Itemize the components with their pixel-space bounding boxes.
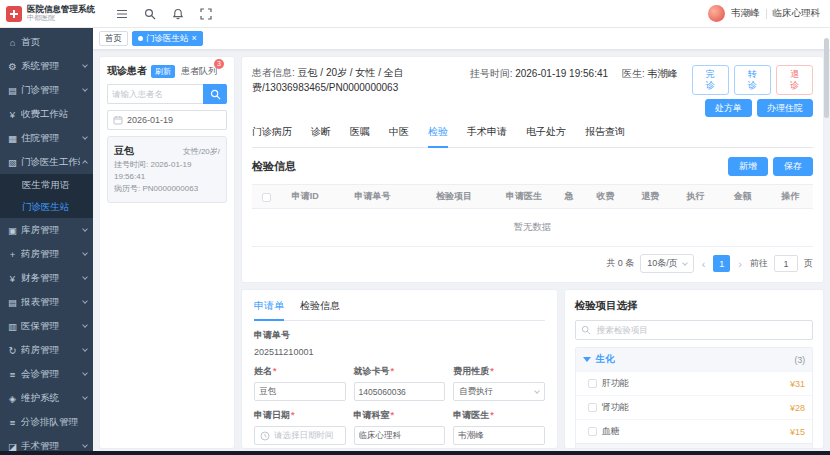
- collapse-menu-icon[interactable]: [114, 6, 130, 22]
- group-clinical[interactable]: 临检 (2): [576, 443, 812, 449]
- sidebar-item-pharmacy[interactable]: +药房管理: [0, 242, 93, 266]
- patient-search-input[interactable]: [107, 84, 203, 104]
- checkbox[interactable]: [588, 379, 597, 388]
- tab-diagnosis[interactable]: 诊断: [311, 125, 331, 147]
- chevron-down-icon: [82, 250, 88, 256]
- tab-lab-test[interactable]: 检验: [428, 125, 448, 148]
- tab-request-sheet[interactable]: 申请单: [254, 299, 284, 321]
- user-area: 韦潮峰 临床心理科: [708, 5, 820, 22]
- goto-page-input[interactable]: [774, 255, 798, 272]
- sidebar-item-label: 系统管理: [21, 60, 80, 73]
- tab-report-query[interactable]: 报告查询: [585, 125, 625, 147]
- request-no-label: 申请单号: [254, 329, 545, 342]
- prev-page-button[interactable]: ‹: [700, 258, 708, 270]
- refresh-button[interactable]: 刷新: [151, 65, 175, 78]
- finish-visit-button[interactable]: 完诊: [692, 65, 729, 95]
- lab-item-kidney[interactable]: 肾功能 ¥28: [576, 395, 812, 419]
- patient-list-panel: 现诊患者 刷新 患者队列3 2026-01-19 豆包: [99, 56, 235, 449]
- checkbox[interactable]: [588, 403, 597, 412]
- pharmacy-icon: +: [7, 249, 18, 260]
- empty-placeholder: 暂无数据: [252, 209, 813, 247]
- current-page-button[interactable]: 1: [713, 255, 730, 272]
- patient-search-button[interactable]: [203, 84, 227, 104]
- fee-type-select[interactable]: 自费执行: [453, 382, 545, 401]
- hospital-icon: ▦: [7, 133, 18, 144]
- lab-item-glucose[interactable]: 血糖 ¥15: [576, 419, 812, 443]
- user-name[interactable]: 韦潮峰: [731, 7, 760, 20]
- lab-item-liver[interactable]: 肝功能 ¥31: [576, 371, 812, 395]
- tab-orders[interactable]: 医嘱: [350, 125, 370, 147]
- sidebar-item-finance[interactable]: ¥财务管理: [0, 266, 93, 290]
- lab-item-picker-card: 检验项目选择 生化 (3): [564, 289, 824, 449]
- total-count: 共 0 条: [606, 257, 634, 270]
- vertical-scrollbar[interactable]: [824, 30, 829, 449]
- page-size-select[interactable]: 10条/页: [640, 254, 694, 273]
- patient-card[interactable]: 豆包 女性/20岁/ 挂号时间: 2026-01-19 19:56:41 病历号…: [107, 136, 227, 203]
- tab-e-prescription[interactable]: 电子处方: [526, 125, 566, 147]
- sidebar-item-home[interactable]: ⌂首页: [0, 30, 93, 54]
- sidebar-item-system[interactable]: ⚙系统管理: [0, 54, 93, 78]
- report-icon: ▤: [7, 297, 18, 308]
- app-subtitle: 中都医院: [27, 14, 95, 22]
- sidebar-item-inpatient[interactable]: ▦住院管理: [0, 126, 93, 150]
- transfer-button[interactable]: 转诊: [734, 65, 771, 95]
- tag-home[interactable]: 首页: [99, 31, 128, 46]
- window-edge: [0, 451, 830, 455]
- active-dot-icon: [138, 36, 143, 41]
- fullscreen-icon[interactable]: [198, 6, 214, 22]
- add-button[interactable]: 新增: [728, 157, 768, 176]
- request-date-picker[interactable]: 请选择日期时间: [254, 426, 346, 445]
- lab-request-form-card: 申请单 检验信息 申请单号 202511210001 姓名*: [241, 289, 558, 449]
- checkbox[interactable]: [588, 427, 597, 436]
- search-icon[interactable]: [142, 6, 158, 22]
- sidebar-item-maintenance[interactable]: ◈维护系统: [0, 386, 93, 410]
- request-date-label: 申请日期*: [254, 409, 346, 422]
- tab-patient-queue[interactable]: 患者队列3: [181, 65, 217, 78]
- avatar[interactable]: [708, 5, 725, 22]
- patient-info-text: 患者信息: 豆包 / 20岁 / 女性 / 全自费/13036983465/PN…: [252, 65, 456, 95]
- tag-doctor-station[interactable]: 门诊医生站×: [132, 31, 203, 46]
- tab-current-patient[interactable]: 现诊患者: [107, 64, 147, 78]
- sidebar-item-insurance[interactable]: ▥医保管理: [0, 314, 93, 338]
- tab-surgery-request[interactable]: 手术申请: [467, 125, 507, 147]
- sidebar-item-charging[interactable]: ¥收费工作站: [0, 102, 93, 126]
- date-picker[interactable]: 2026-01-19: [107, 110, 227, 130]
- prescription-button[interactable]: 处方单: [705, 99, 752, 118]
- next-page-button[interactable]: ›: [736, 258, 744, 270]
- refresh-icon: ↻: [7, 345, 18, 356]
- group-biochemistry[interactable]: 生化 (3): [576, 348, 812, 371]
- scrollbar-thumb[interactable]: [824, 38, 829, 118]
- lab-item-groups: 生化 (3) 肝功能 ¥31 肾功能: [575, 347, 813, 449]
- chevron-up-icon: [82, 160, 88, 166]
- select-all-checkbox[interactable]: [252, 185, 280, 209]
- form-tabs: 申请单 检验信息: [254, 299, 545, 321]
- request-doctor-field[interactable]: [453, 426, 545, 445]
- close-icon[interactable]: ×: [192, 34, 197, 43]
- sidebar-item-warehouse[interactable]: ▣库房管理: [0, 218, 93, 242]
- visit-card-field[interactable]: [354, 382, 446, 401]
- admission-button[interactable]: 办理住院: [757, 99, 813, 118]
- sidebar-item-doctor-workstation[interactable]: ▧门诊医生工作站: [0, 150, 93, 174]
- picker-search-input[interactable]: [595, 324, 807, 336]
- app-logo-icon: [6, 6, 22, 22]
- bell-icon[interactable]: [170, 6, 186, 22]
- lab-item-name: 肾功能: [602, 401, 629, 414]
- request-dept-field[interactable]: [354, 426, 446, 445]
- chevron-down-icon: [82, 442, 88, 448]
- fee-type-value: 自费执行: [459, 386, 493, 398]
- return-visit-button[interactable]: 退诊: [776, 65, 813, 95]
- name-field[interactable]: [254, 382, 346, 401]
- save-button[interactable]: 保存: [773, 157, 813, 176]
- sidebar-item-pharmacy-2[interactable]: ↻药房管理: [0, 338, 93, 362]
- finance-icon: ¥: [7, 273, 18, 284]
- sidebar-item-triage-queue[interactable]: ≡分诊排队管理: [0, 410, 93, 434]
- tab-tcm[interactable]: 中医: [389, 125, 409, 147]
- doctor-name: 医生: 韦潮峰: [622, 65, 678, 81]
- sidebar-item-report[interactable]: ▤报表管理: [0, 290, 93, 314]
- sidebar-item-consultation[interactable]: ≡会诊管理: [0, 362, 93, 386]
- tab-lab-info[interactable]: 检验信息: [300, 299, 340, 320]
- sidebar-item-doctor-station[interactable]: 门诊医生站: [0, 196, 93, 218]
- sidebar-item-outpatient[interactable]: ▤门诊管理: [0, 78, 93, 102]
- sidebar-item-doctor-phrases[interactable]: 医生常用语: [0, 174, 93, 196]
- tab-outpatient-record[interactable]: 门诊病历: [252, 125, 292, 147]
